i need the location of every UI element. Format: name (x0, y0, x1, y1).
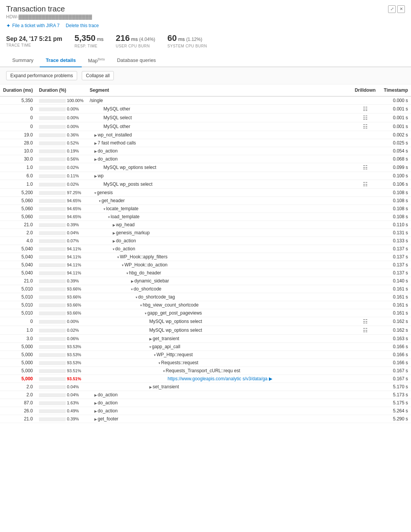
chevron-icon: ▾ (154, 353, 156, 357)
cell-timestamp: 0.108 s (380, 205, 411, 213)
drilldown-icon[interactable]: ☷ (363, 106, 368, 112)
cell-duration-pct: 0.39% (36, 221, 87, 229)
cell-drilldown (350, 375, 380, 383)
cell-duration-ms: 5,010 (0, 301, 36, 309)
close-icon[interactable]: ✕ (397, 5, 405, 13)
table-row: 10.0 0.19%▶do_action0.054 s (0, 147, 411, 155)
url-link[interactable]: https://www.googleapis.com/analytic s/v3… (168, 376, 272, 381)
drilldown-icon[interactable]: ☷ (363, 164, 368, 170)
cell-duration-ms: 5,040 (0, 269, 36, 277)
tab-map[interactable]: MapBeta (82, 54, 111, 67)
table-row: 4.0 0.07%▶do_action0.133 s (0, 237, 411, 245)
drilldown-icon[interactable]: ☷ (363, 115, 368, 121)
cell-duration-ms: 0 (0, 105, 36, 114)
cell-duration-ms: 5,000 (0, 351, 36, 359)
drilldown-icon[interactable]: ☷ (363, 181, 368, 187)
cell-duration-ms: 3.0 (0, 335, 36, 343)
cell-drilldown[interactable]: ☷ (350, 163, 380, 172)
cell-duration-pct: 94.65% (36, 205, 87, 213)
table-row: 30.0 0.56%▶do_action0.068 s (0, 155, 411, 163)
cell-segment: MySQL wp_posts select (87, 180, 350, 189)
cell-drilldown[interactable]: ☷ (350, 180, 380, 189)
collapse-all-button[interactable]: Collapse all (82, 71, 114, 80)
resp-time-value: 5,350 ms (74, 33, 104, 43)
cell-duration-ms: 1.0 (0, 326, 36, 335)
drilldown-icon[interactable]: ☷ (363, 327, 368, 333)
cell-duration-ms: 2.0 (0, 383, 36, 391)
cell-duration-ms: 6.0 (0, 172, 36, 180)
page-title: Transaction trace (6, 5, 65, 13)
tab-summary[interactable]: Summary (6, 54, 40, 67)
cell-timestamp: 0.106 s (380, 180, 411, 189)
cell-timestamp: 0.167 s (380, 375, 411, 383)
chevron-icon: ▶ (113, 223, 115, 227)
cell-segment[interactable]: https://www.googleapis.com/analytic s/v3… (87, 375, 350, 383)
table-row: 5,010 93.66%▾hbg_view_count_shortcode0.1… (0, 301, 411, 309)
cell-duration-pct: 0.00% (36, 122, 87, 131)
cell-drilldown[interactable]: ☷ (350, 326, 380, 335)
tab-database-queries[interactable]: Database queries (111, 54, 162, 67)
delete-trace-link[interactable]: Delete this trace (66, 23, 99, 28)
cell-drilldown (350, 285, 380, 293)
cell-drilldown[interactable]: ☷ (350, 114, 380, 122)
cell-timestamp: 0.166 s (380, 351, 411, 359)
cell-duration-ms: 5,040 (0, 245, 36, 253)
cell-segment: /single (87, 96, 350, 105)
cell-segment: MySQL other (87, 122, 350, 131)
cell-drilldown (350, 407, 380, 415)
cell-duration-ms: 21.0 (0, 277, 36, 285)
expand-performance-button[interactable]: Expand performance problems (6, 71, 77, 80)
cell-timestamp: 5.175 s (380, 399, 411, 407)
table-row: 5,010 93.66%▾do_shortcode_tag0.161 s (0, 293, 411, 301)
cell-drilldown (350, 96, 380, 105)
cell-duration-ms: 1.0 (0, 180, 36, 189)
cell-segment: MySQL wp_options select (87, 317, 350, 326)
cell-segment: ▶do_action (87, 391, 350, 399)
cell-segment: ▶wp_not_installed (87, 131, 350, 139)
drilldown-icon[interactable]: ☷ (363, 318, 368, 324)
expand-icon[interactable]: ⤢ (388, 5, 396, 13)
cell-segment: ▶get_footer (87, 415, 350, 423)
table-row: 5,200 97.25%▾genesis0.108 s (0, 189, 411, 197)
drilldown-icon[interactable]: ☷ (363, 123, 368, 130)
cell-duration-ms: 5,060 (0, 197, 36, 205)
cell-drilldown (350, 221, 380, 229)
file-jira-ticket-link[interactable]: ✦ File a ticket with JIRA 7 (6, 23, 60, 29)
cell-segment: ▾Requests::request (87, 359, 350, 367)
cell-duration-ms: 5,060 (0, 205, 36, 213)
table-row: 5,010 93.66%▾do_shortcode0.161 s (0, 285, 411, 293)
cell-duration-ms: 19.0 (0, 131, 36, 139)
cell-drilldown (350, 367, 380, 375)
cell-duration-pct: 0.11% (36, 172, 87, 180)
cell-timestamp: 0.137 s (380, 245, 411, 253)
cell-timestamp: 5.170 s (380, 383, 411, 391)
cell-timestamp: 0.001 s (380, 122, 411, 131)
table-row: 5,000 93.51%▾Requests_Transport_cURL::re… (0, 367, 411, 375)
table-row: 5,040 94.11%▾hbg_do_header0.137 s (0, 269, 411, 277)
table-row: 21.0 0.39%▶wp_head0.110 s (0, 221, 411, 229)
cell-duration-pct: 0.19% (36, 147, 87, 155)
cell-drilldown[interactable]: ☷ (350, 105, 380, 114)
cell-duration-ms: 26.0 (0, 407, 36, 415)
cell-drilldown (350, 213, 380, 221)
cell-timestamp: 0.162 s (380, 326, 411, 335)
tab-trace-details[interactable]: Trace details (40, 54, 82, 67)
table-row: 3.0 0.06%▶get_transient0.163 s (0, 335, 411, 343)
cell-duration-pct: 0.02% (36, 163, 87, 172)
chevron-icon: ▶ (131, 279, 134, 283)
cell-drilldown[interactable]: ☷ (350, 317, 380, 326)
cell-duration-ms: 30.0 (0, 155, 36, 163)
chevron-icon: ▶ (94, 174, 97, 178)
cell-timestamp: 0.110 s (380, 221, 411, 229)
cell-drilldown (350, 335, 380, 343)
cell-duration-ms: 5,010 (0, 285, 36, 293)
table-row: 0 0.00%MySQL select☷0.001 s (0, 114, 411, 122)
cell-timestamp: 0.137 s (380, 261, 411, 269)
cell-timestamp: 0.000 s (380, 96, 411, 105)
cell-drilldown[interactable]: ☷ (350, 122, 380, 131)
cell-timestamp: 0.108 s (380, 197, 411, 205)
table-row: 87.0 1.63%▶do_action5.175 s (0, 399, 411, 407)
cell-segment: ▶do_action (87, 407, 350, 415)
cell-segment: ▾locate_template (87, 205, 350, 213)
cell-drilldown (350, 343, 380, 351)
